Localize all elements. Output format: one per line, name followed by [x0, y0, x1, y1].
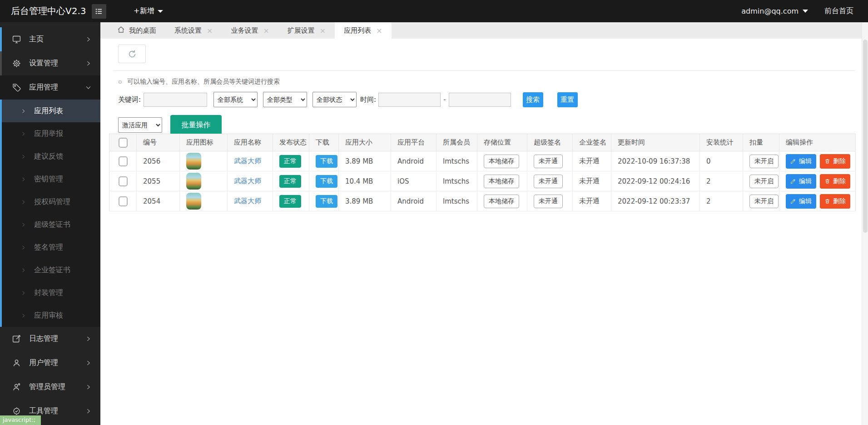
download-button[interactable]: 下载: [316, 175, 337, 188]
sidebar-subitem-signature[interactable]: 签名管理: [0, 236, 100, 259]
time-start-input[interactable]: [378, 93, 441, 107]
edit-button[interactable]: 编辑: [786, 174, 816, 189]
sidebar-subitem-secret-keys[interactable]: 密钥管理: [0, 168, 100, 190]
chevron-right-icon: [21, 222, 26, 227]
column-header: 编辑操作: [779, 134, 856, 151]
updated-time: 2022-09-12 00:23:37: [611, 191, 700, 211]
tab-my-desktop[interactable]: 我的桌面: [108, 22, 165, 39]
app-icon-thumb[interactable]: [186, 193, 201, 210]
keyword-label: 关键词:: [118, 95, 141, 104]
tab-close-icon[interactable]: ×: [376, 26, 382, 35]
sidebar-item-home[interactable]: 主页: [0, 27, 100, 51]
column-header: 存储位置: [477, 134, 527, 151]
tab-close-icon[interactable]: ×: [207, 26, 213, 35]
sidebar-item-logs[interactable]: 日志管理: [0, 327, 100, 351]
chevron-right-icon: [21, 200, 26, 205]
app-name-link[interactable]: 武器大师: [234, 177, 261, 185]
tab-label: 业务设置: [231, 26, 258, 35]
super-sign-chip[interactable]: 未开通: [534, 195, 563, 208]
column-header: 应用名称: [228, 134, 273, 151]
refresh-icon: [127, 49, 137, 59]
sidebar-subitem-app-report[interactable]: 应用举报: [0, 122, 100, 145]
download-button[interactable]: 下载: [316, 155, 337, 168]
status-badge[interactable]: 正常: [279, 175, 301, 188]
sidebar-subitem-packaging[interactable]: 封装管理: [0, 281, 100, 304]
chevron-right-icon: [21, 268, 26, 273]
app-name-link[interactable]: 武器大师: [234, 157, 261, 165]
sidebar-item-settings[interactable]: 设置管理: [0, 51, 100, 75]
status-badge[interactable]: 正常: [279, 155, 301, 168]
install-count: 0: [700, 151, 743, 171]
tab-extension-settings[interactable]: 扩展设置 ×: [278, 22, 335, 39]
app-icon-thumb[interactable]: [186, 173, 201, 190]
super-sign-chip[interactable]: 未开通: [534, 155, 563, 168]
user-menu[interactable]: admin@qq.com: [741, 7, 808, 15]
app-member: lmtschs: [436, 191, 477, 211]
person-badge-icon: [12, 382, 22, 392]
delete-button[interactable]: 删除: [820, 194, 850, 209]
sidebar-subitem-ent-cert[interactable]: 企业签证书: [0, 259, 100, 281]
storage-chip[interactable]: 本地储存: [484, 155, 519, 168]
chevron-right-icon: [21, 109, 26, 114]
chevron-right-icon: [21, 177, 26, 182]
edit-button[interactable]: 编辑: [786, 154, 816, 169]
row-checkbox[interactable]: [119, 176, 128, 186]
type-select[interactable]: 全部类型: [263, 92, 307, 107]
storage-chip[interactable]: 本地储存: [484, 175, 519, 188]
delete-button[interactable]: 删除: [820, 174, 850, 189]
delete-button[interactable]: 删除: [820, 154, 850, 169]
reset-button[interactable]: 重置: [557, 92, 578, 107]
app-member: lmtschs: [436, 171, 477, 191]
sidebar-subitem-app-list[interactable]: 应用列表: [0, 100, 100, 122]
sidebar-subitem-super-cert[interactable]: 超级签证书: [0, 213, 100, 236]
pencil-icon: [790, 178, 796, 184]
edit-button[interactable]: 编辑: [786, 194, 816, 209]
batch-action-select[interactable]: 激活应用: [118, 117, 162, 133]
table-row: 2054 武器大师 正常 下载 3.89 MB Android lmtschs …: [109, 191, 856, 211]
row-checkbox[interactable]: [119, 156, 128, 166]
system-select[interactable]: 全部系统: [213, 92, 258, 107]
tab-close-icon[interactable]: ×: [263, 26, 269, 35]
app-icon-thumb[interactable]: [186, 153, 201, 170]
add-new-button[interactable]: +新增: [134, 6, 163, 16]
chevron-right-icon: [85, 336, 91, 342]
sidebar-subitem-feedback[interactable]: 建议反馈: [0, 145, 100, 168]
row-checkbox[interactable]: [119, 196, 128, 206]
tab-system-settings[interactable]: 系统设置 ×: [165, 22, 222, 39]
tab-business-settings[interactable]: 业务设置 ×: [222, 22, 278, 39]
time-end-input[interactable]: [449, 93, 511, 107]
deduct-chip[interactable]: 未开启: [749, 155, 779, 168]
select-all-checkbox[interactable]: [119, 138, 128, 148]
search-button[interactable]: 搜索: [523, 92, 543, 107]
batch-bar: 激活应用 批量操作: [118, 115, 222, 135]
user-email: admin@qq.com: [741, 7, 799, 15]
tab-app-list[interactable]: 应用列表 ×: [335, 22, 391, 39]
tab-bar: 我的桌面 系统设置 × 业务设置 × 扩展设置 × 应用列表 ×: [100, 22, 868, 39]
right-scrollbar-thumb[interactable]: [863, 40, 868, 233]
app-name-link[interactable]: 武器大师: [234, 197, 261, 205]
edit-square-icon: [12, 334, 22, 344]
refresh-button[interactable]: [118, 45, 146, 63]
status-select[interactable]: 全部状态: [312, 92, 357, 107]
ent-sign-text: 未开通: [573, 151, 611, 171]
sidebar-item-users[interactable]: 用户管理: [0, 351, 100, 375]
frontend-home-link[interactable]: 前台首页: [824, 6, 853, 16]
menu-toggle-button[interactable]: [92, 4, 106, 19]
storage-chip[interactable]: 本地储存: [484, 195, 519, 208]
download-button[interactable]: 下载: [316, 195, 337, 208]
batch-operate-button[interactable]: 批量操作: [170, 115, 222, 135]
sidebar-item-apps[interactable]: 应用管理: [0, 75, 100, 100]
sidebar-subitem-app-review[interactable]: 应用审核: [0, 304, 100, 327]
deduct-chip[interactable]: 未开启: [749, 195, 779, 208]
status-badge[interactable]: 正常: [279, 195, 301, 208]
keyword-input[interactable]: [144, 93, 207, 107]
sidebar-item-admins[interactable]: 管理员管理: [0, 375, 100, 399]
column-header: 应用平台: [391, 134, 436, 151]
super-sign-chip[interactable]: 未开通: [534, 175, 563, 188]
tab-close-icon[interactable]: ×: [320, 26, 326, 35]
trash-icon: [824, 198, 830, 204]
deduct-chip[interactable]: 未开启: [749, 175, 779, 188]
caret-down-icon: [803, 10, 808, 13]
sidebar-subitem-auth-codes[interactable]: 授权码管理: [0, 190, 100, 213]
sidebar-item-label: 应用管理: [29, 83, 85, 92]
